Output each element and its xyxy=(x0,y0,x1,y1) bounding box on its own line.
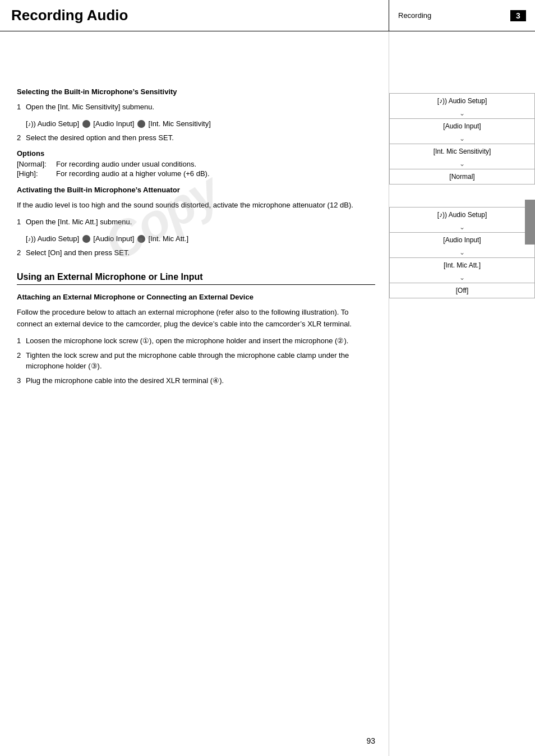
section-mic-attenuator-title: Activating the Built-in Microphone’s Att… xyxy=(17,186,375,194)
step-2-2-text: Select [On] and then press SET. xyxy=(26,247,375,259)
content-wrapper: Copy Selecting the Built-in Microphone’s… xyxy=(0,31,535,756)
sidebar-item-audio-input-1: [Audio Input] xyxy=(389,118,535,133)
step-3-2: 2 Tighten the lock screw and put the mic… xyxy=(17,350,375,372)
step-1-2-text: Select the desired option and then press… xyxy=(26,132,375,144)
sidebar-item-audio-setup-1: [♪︎)) Audio Setup] xyxy=(389,93,535,108)
page-number-bottom: 93 xyxy=(366,736,375,745)
circle-icon-4 xyxy=(137,235,145,243)
sidebar-arrow-6: ⌄ xyxy=(389,273,535,283)
step-1-2: 2 Select the desired option and then pre… xyxy=(17,132,375,144)
section-mic-sensitivity: Selecting the Built-in Microphone’s Sens… xyxy=(17,87,375,178)
section-mic-sensitivity-title: Selecting the Built-in Microphone’s Sens… xyxy=(17,87,375,96)
step-3-3: 3 Plug the microphone cable into the des… xyxy=(17,375,375,386)
section-attaching-title: Attaching an External Microphone or Conn… xyxy=(17,293,375,301)
step-2-2: 2 Select [On] and then press SET. xyxy=(17,247,375,259)
sidebar-item-int-mic-att: [Int. Mic Att.] xyxy=(389,257,535,273)
option-normal: [Normal]: For recording audio under usua… xyxy=(17,160,375,168)
sidebar-tab xyxy=(525,200,535,245)
sidebar-group-2: [♪︎)) Audio Setup] ⌄ [Audio Input] ⌄ [In… xyxy=(389,207,535,298)
option-normal-desc: For recording audio under usual conditio… xyxy=(56,160,196,168)
sidebar-arrow-4: ⌄ xyxy=(389,222,535,232)
section-external-mic-title: Using an External Microphone or Line Inp… xyxy=(17,272,375,285)
step-list-1b: 2 Select the desired option and then pre… xyxy=(17,132,375,144)
section-mic-attenuator: Activating the Built-in Microphone’s Att… xyxy=(17,186,375,259)
circle-icon-1 xyxy=(82,120,90,128)
main-content: Copy Selecting the Built-in Microphone’s… xyxy=(0,31,389,756)
sidebar-group-1: [♪︎)) Audio Setup] ⌄ [Audio Input] ⌄ [In… xyxy=(389,93,535,185)
options-title: Options xyxy=(17,149,375,158)
step-3-1: 1 Loosen the microphone lock screw (①), … xyxy=(17,335,375,347)
option-high-desc: For recording audio at a higher volume (… xyxy=(56,169,210,178)
circle-icon-2 xyxy=(137,120,145,128)
header-right: Recording 3 xyxy=(389,0,535,31)
circle-icon-3 xyxy=(82,235,90,243)
option-normal-key: [Normal]: xyxy=(17,160,56,168)
options-table: [Normal]: For recording audio under usua… xyxy=(17,160,375,178)
top-gap xyxy=(17,43,375,87)
sidebar-item-normal: [Normal] xyxy=(389,169,535,185)
sidebar-item-audio-setup-2: [♪︎)) Audio Setup] xyxy=(389,207,535,222)
step-3-2-text: Tighten the lock screw and put the micro… xyxy=(26,350,375,372)
step-list-1: 1 Open the [Int. Mic Sensitivity] submen… xyxy=(17,102,375,113)
step-1-1-text: Open the [Int. Mic Sensitivity] submenu. xyxy=(26,102,375,113)
step-1-indent: [♪)) Audio Setup] [Audio Input] [Int. Mi… xyxy=(26,118,375,130)
header-title-area: Recording Audio xyxy=(0,0,389,31)
page-container: Recording Audio Recording 3 Copy Selecti… xyxy=(0,0,535,756)
sidebar-item-off: [Off] xyxy=(389,283,535,298)
sidebar-arrow-5: ⌄ xyxy=(389,247,535,257)
header-page-number: 3 xyxy=(510,10,526,21)
step-list-2b: 2 Select [On] and then press SET. xyxy=(17,247,375,259)
section-label: Recording xyxy=(398,11,431,20)
sidebar-arrow-2: ⌄ xyxy=(389,133,535,144)
sidebar-arrow-1: ⌄ xyxy=(389,108,535,118)
page-title: Recording Audio xyxy=(11,7,128,24)
step-list-2: 1 Open the [Int. Mic Att.] submenu. xyxy=(17,216,375,228)
step-1-1: 1 Open the [Int. Mic Sensitivity] submen… xyxy=(17,102,375,113)
option-high: [High]: For recording audio at a higher … xyxy=(17,169,375,178)
page-header: Recording Audio Recording 3 xyxy=(0,0,535,31)
step-list-3: 1 Loosen the microphone lock screw (①), … xyxy=(17,335,375,386)
section-external-mic: Using an External Microphone or Line Inp… xyxy=(17,272,375,386)
sidebar-arrow-3: ⌄ xyxy=(389,159,535,169)
section2-intro: If the audio level is too high and the s… xyxy=(17,200,375,211)
sidebar-item-int-mic-sensitivity: [Int. Mic Sensitivity] xyxy=(389,144,535,159)
sidebar: [♪︎)) Audio Setup] ⌄ [Audio Input] ⌄ [In… xyxy=(389,31,535,756)
step-2-1: 1 Open the [Int. Mic Att.] submenu. xyxy=(17,216,375,228)
step-2-indent: [♪)) Audio Setup] [Audio Input] [Int. Mi… xyxy=(26,233,375,245)
option-high-key: [High]: xyxy=(17,169,56,178)
step-2-1-text: Open the [Int. Mic Att.] submenu. xyxy=(26,216,375,228)
step-3-3-text: Plug the microphone cable into the desir… xyxy=(26,375,375,386)
step-3-1-text: Loosen the microphone lock screw (①), op… xyxy=(26,335,375,347)
section3-intro: Follow the procedure below to attach an … xyxy=(17,307,375,330)
sidebar-item-audio-input-2: [Audio Input] xyxy=(389,232,535,247)
